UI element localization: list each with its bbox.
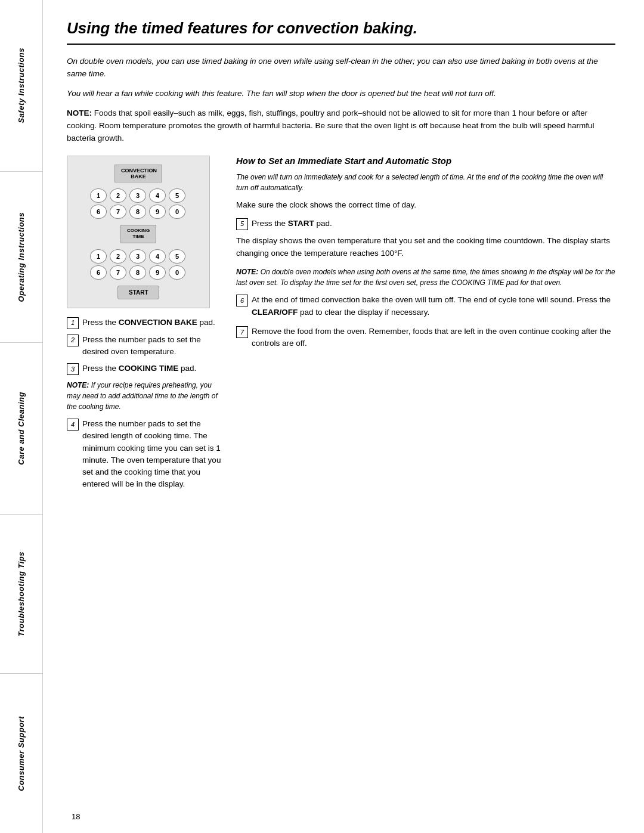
sidebar-section-operating: Operating Instructions (0, 172, 42, 343)
right-column: How to Set an Immediate Start and Automa… (236, 156, 615, 496)
key-7: 7 (110, 205, 126, 219)
note-body: Foods that spoil easily–such as milk, eg… (67, 109, 594, 143)
key-2: 2 (110, 188, 126, 203)
cooking-time-button: COOKINGTIME (120, 225, 156, 243)
note2-body: If your recipe requires preheating, you … (67, 381, 218, 411)
step-7-num: 7 (236, 326, 248, 338)
key-6: 6 (90, 205, 107, 219)
note-prefix: NOTE: (67, 109, 92, 117)
step-3: 3 Press the COOKING TIME pad. (67, 363, 222, 375)
left-column: CONVECTIONBAKE 1 2 3 4 5 6 7 8 9 0 COOKI… (67, 156, 222, 496)
key-7b: 7 (110, 265, 126, 280)
sidebar-item-operating: Operating Instructions (17, 212, 26, 302)
step-1-num: 1 (67, 317, 79, 329)
key-9: 9 (149, 205, 166, 219)
oven-diagram: CONVECTIONBAKE 1 2 3 4 5 6 7 8 9 0 COOKI… (67, 156, 210, 308)
note3-prefix: NOTE: (236, 268, 258, 276)
key-4b: 4 (149, 249, 166, 264)
key-0: 0 (169, 205, 185, 219)
convection-bake-button: CONVECTIONBAKE (114, 165, 162, 182)
key-3b: 3 (129, 249, 146, 264)
two-column-layout: CONVECTIONBAKE 1 2 3 4 5 6 7 8 9 0 COOKI… (67, 156, 615, 496)
page-number: 18 (72, 812, 80, 821)
step-5-text: Press the START pad. (252, 218, 615, 230)
key-5: 5 (169, 188, 185, 203)
sidebar-item-consumer: Consumer Support (17, 716, 26, 791)
sidebar-item-safety: Safety Instructions (17, 48, 26, 123)
numpad-top: 1 2 3 4 5 6 7 8 9 0 (90, 188, 187, 219)
step-7: 7 Remove the food from the oven. Remembe… (236, 326, 615, 350)
page-title: Using the timed features for convection … (67, 19, 615, 45)
step-6: 6 At the end of timed convection bake th… (236, 294, 615, 318)
key-0b: 0 (169, 265, 185, 280)
step-4: 4 Press the number pads to set the desir… (67, 418, 222, 491)
key-9b: 9 (149, 265, 166, 280)
steps-list-left: 1 Press the CONVECTION BAKE pad. 2 Press… (67, 317, 222, 376)
step-3-num: 3 (67, 363, 79, 375)
step-2: 2 Press the number pads to set the desir… (67, 334, 222, 358)
step-2-num: 2 (67, 335, 79, 346)
sidebar: Safety Instructions Operating Instructio… (0, 0, 43, 833)
step-6-text: At the end of timed convection bake the … (252, 294, 615, 318)
key-4: 4 (149, 188, 166, 203)
start-button-diagram: START (117, 286, 159, 299)
sidebar-section-troubleshooting: Troubleshooting Tips (0, 515, 42, 674)
step-5-num: 5 (236, 218, 248, 230)
intro-paragraph-1: On double oven models, you can use timed… (67, 55, 615, 80)
numpad-bottom: 1 2 3 4 5 6 7 8 9 0 (90, 249, 187, 280)
sidebar-section-safety: Safety Instructions (0, 0, 42, 172)
key-8: 8 (129, 205, 146, 219)
left-steps-area: 1 Press the CONVECTION BAKE pad. 2 Press… (67, 317, 222, 491)
note3-paragraph: NOTE: On double oven models when using b… (236, 267, 615, 288)
sidebar-item-troubleshooting: Troubleshooting Tips (17, 552, 26, 636)
display-text: The display shows the oven temperature t… (236, 235, 615, 260)
step-6-num: 6 (236, 295, 248, 306)
step-4-text: Press the number pads to set the desired… (82, 418, 222, 491)
key-8b: 8 (129, 265, 146, 280)
step-5: 5 Press the START pad. (236, 218, 615, 230)
step-3-text: Press the COOKING TIME pad. (82, 363, 222, 375)
note-paragraph: NOTE: Foods that spoil easily–such as mi… (67, 107, 615, 145)
step-7-text: Remove the food from the oven. Remember,… (252, 326, 615, 350)
key-6b: 6 (90, 265, 107, 280)
step-4-num: 4 (67, 419, 79, 431)
key-5b: 5 (169, 249, 185, 264)
step-1: 1 Press the CONVECTION BAKE pad. (67, 317, 222, 329)
step-1-text: Press the CONVECTION BAKE pad. (82, 317, 222, 329)
intro-paragraph-2: You will hear a fan while cooking with t… (67, 88, 615, 100)
step-2-text: Press the number pads to set the desired… (82, 334, 222, 358)
key-2b: 2 (110, 249, 126, 264)
clock-text: Make sure the clock shows the correct ti… (236, 199, 615, 212)
oven-caption-italic: The oven will turn on immediately and co… (236, 172, 615, 193)
section-heading: How to Set an Immediate Start and Automa… (236, 156, 615, 166)
key-1: 1 (90, 188, 107, 203)
note2-prefix: NOTE: (67, 381, 89, 389)
note3-body: On double oven models when using both ov… (236, 268, 615, 287)
sidebar-section-consumer: Consumer Support (0, 674, 42, 833)
main-content: Using the timed features for convection … (43, 0, 644, 833)
key-1b: 1 (90, 249, 107, 264)
sidebar-section-care: Care and Cleaning (0, 343, 42, 515)
note2-paragraph: NOTE: If your recipe requires preheating… (67, 380, 222, 412)
sidebar-item-care: Care and Cleaning (17, 392, 26, 465)
key-3: 3 (129, 188, 146, 203)
